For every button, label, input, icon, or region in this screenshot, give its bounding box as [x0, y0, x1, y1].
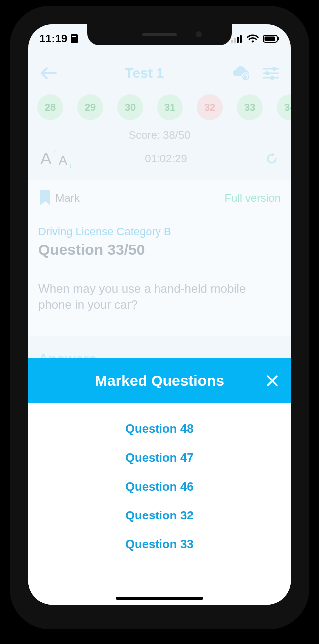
status-right: [231, 34, 280, 43]
sliders-icon: [262, 66, 279, 81]
question-card: Mark Full version Driving License Catego…: [28, 180, 291, 336]
font-increase-button[interactable]: A↑: [40, 149, 52, 168]
svg-point-11: [272, 67, 276, 71]
category-label: Driving License Category B: [38, 225, 281, 238]
marked-question-item[interactable]: Question 47: [125, 451, 193, 465]
question-chip-number: 34: [284, 102, 291, 113]
svg-rect-8: [278, 37, 279, 40]
reload-button[interactable]: [265, 152, 279, 166]
header-actions: [230, 62, 282, 84]
question-chip[interactable]: 28: [37, 94, 63, 120]
svg-point-13: [265, 71, 269, 75]
page-title: Test 1: [59, 65, 230, 81]
marked-questions-modal: Marked Questions Question 48 Question 47…: [28, 358, 291, 605]
close-icon: [266, 374, 279, 387]
question-chip-number: 29: [85, 102, 96, 113]
full-version-link[interactable]: Full version: [225, 192, 281, 205]
speaker-grille: [142, 33, 177, 36]
modal-close-button[interactable]: [266, 374, 279, 387]
question-chip[interactable]: 33: [237, 94, 263, 120]
front-camera: [196, 31, 202, 37]
modal-title: Marked Questions: [95, 372, 224, 389]
mark-row: Mark Full version: [38, 189, 281, 207]
arrow-down-icon: ↓: [69, 161, 72, 169]
mark-label: Mark: [55, 192, 80, 205]
modal-header: Marked Questions: [28, 358, 291, 403]
question-chip[interactable]: 31: [157, 94, 183, 120]
question-text: When may you use a hand-held mobile phon…: [38, 281, 281, 313]
marked-questions-list: Question 48 Question 47 Question 46 Ques…: [28, 403, 291, 570]
marked-question-item[interactable]: Question 46: [125, 480, 193, 494]
question-chip-number: 33: [244, 102, 255, 113]
back-button[interactable]: [37, 62, 59, 84]
question-chip-number: 28: [45, 102, 56, 113]
question-chip[interactable]: 34: [277, 94, 291, 120]
timer-row: A↑ A↓ 01:02:29: [28, 149, 291, 180]
svg-rect-1: [72, 36, 76, 37]
question-counter: Question 33/50: [38, 241, 281, 258]
font-decrease-button[interactable]: A↓: [59, 153, 67, 168]
status-time: 11:19: [39, 32, 67, 45]
reload-icon: [265, 152, 279, 166]
marked-question-item[interactable]: Question 48: [125, 422, 193, 436]
svg-rect-5: [240, 35, 242, 43]
question-nav-bar[interactable]: 28 29 30 31 32 33 34: [28, 94, 291, 129]
home-indicator[interactable]: [116, 597, 203, 600]
wifi-icon: [247, 34, 259, 43]
bookmark-icon: [38, 189, 52, 207]
cloud-sync-button[interactable]: [230, 62, 252, 84]
status-left: 11:19: [39, 32, 78, 45]
sim-card-icon: [70, 34, 78, 44]
device-body: 11:19: [10, 6, 309, 629]
question-chip[interactable]: 30: [117, 94, 143, 120]
svg-point-15: [270, 76, 274, 80]
device-frame: 11:19: [0, 0, 319, 644]
marked-question-item[interactable]: Question 33: [125, 537, 193, 551]
battery-icon: [263, 35, 280, 43]
svg-rect-0: [71, 34, 78, 43]
notch: [87, 24, 232, 45]
score-label: Score: 38/50: [28, 129, 291, 149]
question-chip-number: 30: [125, 102, 136, 113]
arrow-up-icon: ↑: [53, 148, 57, 156]
svg-rect-3: [234, 38, 236, 43]
svg-rect-2: [231, 40, 233, 43]
question-chip-number: 32: [204, 102, 215, 113]
mark-button[interactable]: Mark: [38, 189, 80, 207]
question-chip-number: 31: [164, 102, 175, 113]
timer-value: 01:02:29: [67, 152, 265, 165]
cellular-signal-icon: [231, 35, 243, 43]
question-chip[interactable]: 32: [197, 94, 223, 120]
svg-rect-4: [237, 37, 239, 43]
cloud-sync-icon: [231, 65, 251, 81]
font-size-controls: A↑ A↓: [40, 149, 67, 168]
svg-rect-7: [265, 37, 275, 41]
app-header: Test 1: [28, 49, 291, 94]
arrow-left-icon: [40, 66, 57, 80]
marked-question-item[interactable]: Question 32: [125, 509, 193, 522]
settings-button[interactable]: [260, 62, 282, 84]
screen: 11:19: [28, 24, 291, 605]
question-chip[interactable]: 29: [77, 94, 103, 120]
